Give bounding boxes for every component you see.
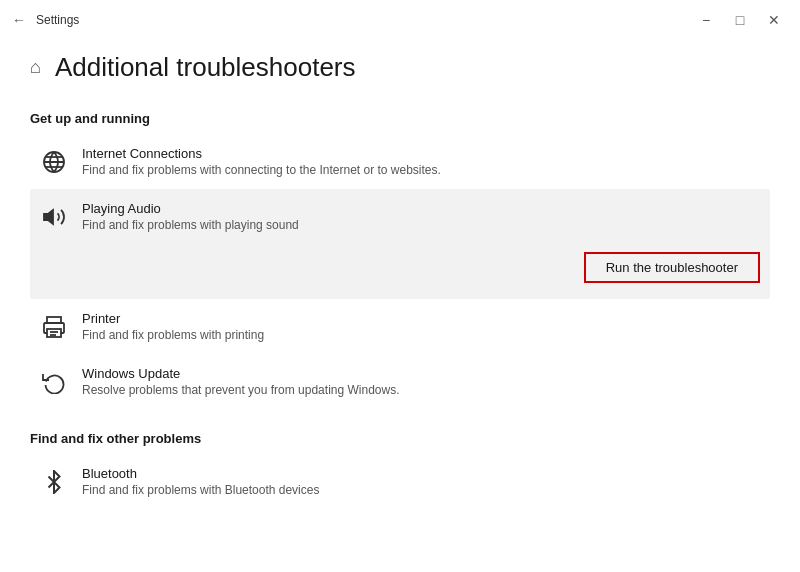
svg-marker-2 xyxy=(44,210,53,224)
ts-name-playing-audio: Playing Audio xyxy=(82,201,760,216)
ts-desc-windows-update: Resolve problems that prevent you from u… xyxy=(82,383,760,397)
ts-item-bluetooth[interactable]: Bluetooth Find and fix problems with Blu… xyxy=(30,454,770,509)
back-arrow-icon[interactable]: ← xyxy=(12,12,26,28)
ts-name-bluetooth: Bluetooth xyxy=(82,466,760,481)
playing-audio-icon xyxy=(40,203,68,231)
section-heading-find-fix: Find and fix other problems xyxy=(30,431,770,446)
home-icon: ⌂ xyxy=(30,57,41,78)
windows-update-icon xyxy=(40,368,68,396)
content-area: ⌂ Additional troubleshooters Get up and … xyxy=(0,36,800,572)
close-button[interactable]: ✕ xyxy=(760,8,788,32)
section-heading-get-up: Get up and running xyxy=(30,111,770,126)
ts-desc-bluetooth: Find and fix problems with Bluetooth dev… xyxy=(82,483,760,497)
ts-desc-internet-connections: Find and fix problems with connecting to… xyxy=(82,163,760,177)
ts-item-playing-audio[interactable]: Playing Audio Find and fix problems with… xyxy=(30,189,770,299)
run-btn-row: Run the troubleshooter xyxy=(40,246,760,287)
maximize-button[interactable]: □ xyxy=(726,8,754,32)
ts-item-internet-connections[interactable]: Internet Connections Find and fix proble… xyxy=(30,134,770,189)
page-title: Additional troubleshooters xyxy=(55,52,356,83)
internet-connections-icon xyxy=(40,148,68,176)
ts-text-windows-update: Windows Update Resolve problems that pre… xyxy=(82,366,760,397)
bluetooth-icon xyxy=(40,468,68,496)
ts-name-windows-update: Windows Update xyxy=(82,366,760,381)
page-header: ⌂ Additional troubleshooters xyxy=(30,36,770,93)
ts-text-printer: Printer Find and fix problems with print… xyxy=(82,311,760,342)
ts-text-internet-connections: Internet Connections Find and fix proble… xyxy=(82,146,760,177)
ts-text-bluetooth: Bluetooth Find and fix problems with Blu… xyxy=(82,466,760,497)
ts-desc-playing-audio: Find and fix problems with playing sound xyxy=(82,218,760,232)
ts-desc-printer: Find and fix problems with printing xyxy=(82,328,760,342)
ts-text-playing-audio: Playing Audio Find and fix problems with… xyxy=(82,201,760,232)
printer-icon xyxy=(40,313,68,341)
ts-name-internet-connections: Internet Connections xyxy=(82,146,760,161)
run-troubleshooter-button[interactable]: Run the troubleshooter xyxy=(584,252,760,283)
title-bar: ← Settings − □ ✕ xyxy=(0,0,800,36)
ts-item-printer[interactable]: Printer Find and fix problems with print… xyxy=(30,299,770,354)
title-bar-controls: − □ ✕ xyxy=(692,8,788,32)
minimize-button[interactable]: − xyxy=(692,8,720,32)
title-bar-title: Settings xyxy=(36,13,79,27)
ts-item-windows-update[interactable]: Windows Update Resolve problems that pre… xyxy=(30,354,770,409)
title-bar-left: ← Settings xyxy=(12,12,79,28)
ts-item-playing-audio-main: Playing Audio Find and fix problems with… xyxy=(40,201,760,232)
ts-name-printer: Printer xyxy=(82,311,760,326)
settings-content: ⌂ Additional troubleshooters Get up and … xyxy=(0,36,800,572)
